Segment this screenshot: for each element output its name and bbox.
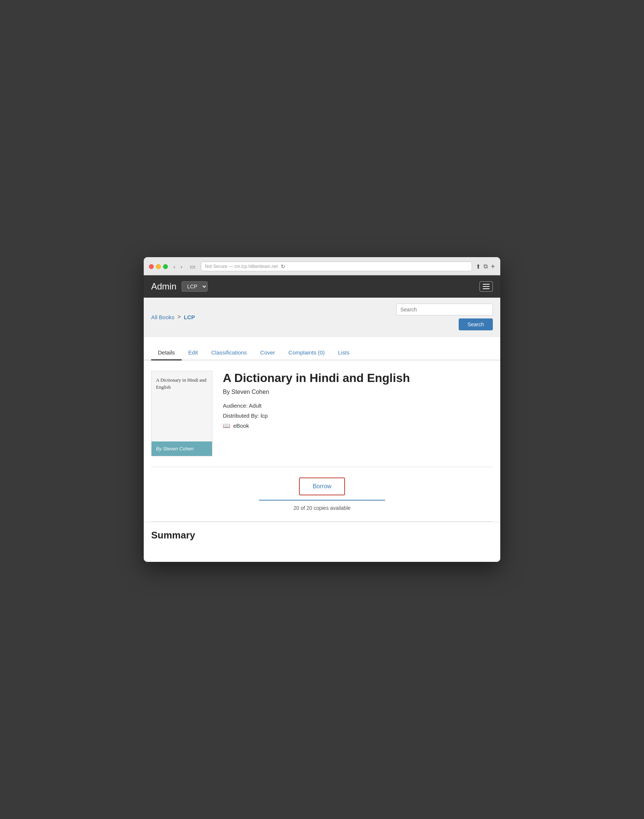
book-cover-author: By Steven Cohen [156, 446, 193, 452]
search-input[interactable] [396, 304, 493, 315]
close-button[interactable] [149, 264, 154, 269]
book-author: By Steven Cohen [223, 389, 493, 395]
summary-section: Summary [144, 522, 500, 562]
tab-cover[interactable]: Cover [254, 346, 282, 360]
new-tab-button[interactable]: + [491, 263, 495, 270]
book-cover-author-area: By Steven Cohen [152, 441, 212, 456]
book-info: A Dictionary in Hindi and English By Ste… [223, 371, 493, 429]
breadcrumb-current: LCP [184, 314, 195, 320]
tab-complaints[interactable]: Complaints (0) [282, 346, 332, 360]
app-header: Admin LCP [144, 275, 500, 298]
book-title: A Dictionary in Hindi and English [223, 371, 493, 385]
minimize-button[interactable] [156, 264, 161, 269]
book-format: 📖 eBook [223, 422, 493, 429]
breadcrumb-separator: > [178, 313, 181, 320]
security-indicator: Not Secure — cm.lcp.hilbertteam.net [205, 264, 278, 269]
browser-chrome: ‹ › ▭ Not Secure — cm.lcp.hilbertteam.ne… [144, 257, 500, 275]
breadcrumb: All Books > LCP [151, 313, 195, 320]
summary-title: Summary [151, 530, 493, 541]
book-details: A Dictionary in Hindi and English By Ste… [144, 360, 500, 467]
book-format-label: eBook [233, 423, 249, 429]
sidebar-toggle-button[interactable]: ▭ [188, 262, 197, 271]
forward-button[interactable]: › [179, 263, 184, 270]
sub-header: All Books > LCP Search [144, 298, 500, 337]
tab-classifications[interactable]: Classifications [205, 346, 254, 360]
app-header-left: Admin LCP [151, 281, 208, 292]
copies-available: 20 of 20 copies available [293, 505, 351, 511]
book-cover: A Dictionary in Hindi and English By Ste… [151, 371, 212, 456]
lcp-selector[interactable]: LCP [182, 281, 208, 292]
hamburger-line-2 [483, 286, 489, 287]
tab-details[interactable]: Details [151, 346, 182, 360]
nav-buttons: ‹ › [172, 263, 184, 270]
borrow-section: Borrow 20 of 20 copies available [144, 467, 500, 521]
hamburger-button[interactable] [480, 281, 493, 292]
traffic-lights [149, 264, 168, 269]
hamburger-line-1 [483, 284, 489, 285]
duplicate-button[interactable]: ⧉ [483, 263, 488, 270]
tab-lists[interactable]: Lists [331, 346, 356, 360]
tab-edit[interactable]: Edit [182, 346, 205, 360]
share-button[interactable]: ⬆ [476, 263, 481, 270]
search-button[interactable]: Search [458, 318, 493, 330]
app-title: Admin [151, 281, 176, 292]
borrow-underline [259, 500, 385, 501]
browser-window: ‹ › ▭ Not Secure — cm.lcp.hilbertteam.ne… [144, 257, 500, 562]
tabs-bar: Details Edit Classifications Cover Compl… [144, 346, 500, 360]
book-audience: Audience: Adult [223, 401, 493, 410]
address-bar: Not Secure — cm.lcp.hilbertteam.net ↻ [201, 261, 472, 271]
browser-actions: ⬆ ⧉ + [476, 263, 495, 270]
book-cover-title: A Dictionary in Hindi and English [156, 377, 207, 390]
back-button[interactable]: ‹ [172, 263, 177, 270]
breadcrumb-all-books[interactable]: All Books [151, 314, 175, 320]
maximize-button[interactable] [163, 264, 168, 269]
borrow-button[interactable]: Borrow [301, 479, 343, 493]
reload-button[interactable]: ↻ [281, 263, 285, 269]
main-content: Details Edit Classifications Cover Compl… [144, 346, 500, 562]
book-distributed-by: Distributed By: lcp [223, 410, 493, 421]
borrow-button-wrapper: Borrow [299, 478, 345, 495]
search-container: Search [396, 304, 493, 330]
book-cover-text-area: A Dictionary in Hindi and English [152, 371, 212, 441]
book-format-icon: 📖 [223, 422, 230, 429]
hamburger-line-3 [483, 288, 489, 289]
